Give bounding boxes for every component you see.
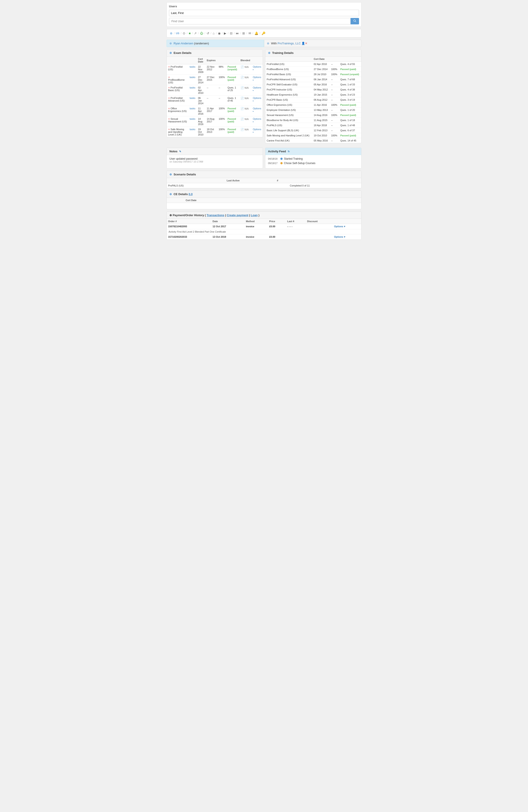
- exam-percent: 100%: [217, 106, 226, 116]
- scenario-details-table: Last Active # ProPALS (US) Completed 0 o…: [167, 178, 361, 188]
- exam-tasks[interactable]: tasks: [188, 96, 197, 106]
- exam-percent: 98%: [217, 64, 226, 75]
- plus-sq-icon[interactable]: ⊞: [242, 31, 245, 35]
- exam-blended: 📄 N/A: [239, 75, 251, 85]
- training-row: Safe Moving and Handling Level 2 (UK) 19…: [265, 133, 361, 138]
- train-name: ProPALS (US): [265, 123, 313, 128]
- exam-row: ✕ Office Ergonomics (US) tasks 11 Apr 20…: [167, 106, 263, 116]
- exam-options[interactable]: Options ▾: [251, 85, 263, 96]
- activity-text: Chose Self-Setup Courses: [284, 162, 315, 165]
- add-icon[interactable]: ⊕: [169, 31, 173, 35]
- company-link[interactable]: ProTrainings, LLC: [277, 42, 301, 45]
- us-icon[interactable]: US: [176, 31, 180, 35]
- create-payment-link[interactable]: Create payment: [227, 214, 248, 217]
- blended-icon: 📄: [241, 117, 244, 121]
- power-icon[interactable]: ⏻: [199, 31, 203, 35]
- exam-col-tasks: [188, 57, 197, 64]
- train-name: ProCPR Instructor (US): [265, 87, 313, 92]
- payment-method: invoice: [244, 224, 268, 229]
- scen-col-status: [289, 178, 361, 183]
- exam-options[interactable]: Options ▾: [251, 64, 263, 75]
- train-status: Ques. 3 of 19: [339, 97, 361, 102]
- notes-edit-icon[interactable]: ✎: [179, 150, 181, 153]
- train-cert-date: 06 Aug 2012: [313, 97, 330, 102]
- user-name-link[interactable]: Ryan Andersen: [174, 42, 194, 45]
- exam-row: ✕ Sexual Harassment (US) tasks 14 Aug 20…: [167, 116, 263, 127]
- clock-icon[interactable]: ⊙: [182, 31, 186, 35]
- exam-options[interactable]: Options ▾: [251, 127, 263, 137]
- export-icon[interactable]: ↗: [194, 31, 197, 35]
- payment-options[interactable]: Options ▾: [333, 224, 361, 229]
- exam-options[interactable]: Options ▾: [251, 106, 263, 116]
- search-icon: [353, 19, 356, 23]
- exam-options[interactable]: Options ▾: [251, 96, 263, 106]
- exam-status: Ques. 1 of 25: [226, 85, 239, 96]
- scenario-plus-icon: ⊕: [169, 173, 172, 176]
- square-icon[interactable]: ■: [188, 31, 191, 35]
- home-icon[interactable]: ⌂: [212, 31, 215, 35]
- transactions-link[interactable]: Transactions: [207, 214, 224, 217]
- train-status: Ques. 1 of 18: [339, 118, 361, 123]
- user-name: Ryan Andersen: [174, 42, 193, 45]
- ce-version-link[interactable]: 0.0: [189, 192, 193, 196]
- exam-options[interactable]: Options ▾: [251, 75, 263, 85]
- blended-icon: 📄: [241, 97, 244, 100]
- activity-dot: [281, 162, 283, 164]
- video-icon[interactable]: ▶: [224, 31, 227, 35]
- train-name: ProCPR Basic (US): [265, 97, 313, 102]
- folder-icon[interactable]: ⊟: [229, 31, 233, 35]
- training-row: ProPALS (US) 18 Apr 2018 -- Ques. 1 of 4…: [265, 123, 361, 128]
- scenario-details-header: ⊕ Scenario Details: [167, 171, 361, 178]
- activity-dot: [281, 158, 283, 160]
- train-percent: 100%: [330, 102, 339, 107]
- payment-row: 15078210482093 12 Oct 2017 invoice £0.00…: [167, 224, 361, 229]
- exam-cert-date: 11 Apr 2016: [197, 106, 206, 116]
- exam-tasks[interactable]: tasks: [188, 85, 197, 96]
- user-select-wrapper: Last, First: [169, 10, 359, 16]
- payment-price: £0.00: [268, 234, 286, 240]
- search-input[interactable]: [169, 18, 351, 24]
- train-cert-date: 05 Apr 2016: [313, 82, 330, 87]
- train-cert-date: 19 Jan 2015: [313, 92, 330, 97]
- user-header-left: ⊕ Ryan Andersen (randersen): [167, 40, 264, 47]
- train-name: Basic Life Support (BLS) (UK): [265, 128, 313, 133]
- exam-status: Ques. 1 of 45: [226, 96, 239, 106]
- exam-tasks[interactable]: tasks: [188, 116, 197, 127]
- exam-tasks[interactable]: tasks: [188, 75, 197, 85]
- user-select[interactable]: Last, First: [169, 10, 359, 16]
- loan-link[interactable]: Loan: [251, 214, 258, 217]
- exam-options[interactable]: Options ▾: [251, 116, 263, 127]
- exam-expires: 14 Aug 2017: [206, 116, 217, 127]
- skip-icon[interactable]: ⏭: [236, 31, 239, 35]
- key-icon[interactable]: 🔑: [261, 31, 266, 35]
- notes-content: User updated password: [169, 157, 260, 160]
- train-name: Employee Orientation (US): [265, 107, 313, 113]
- exam-name: ✕ ProFirstAid (US): [167, 64, 188, 75]
- exam-tasks[interactable]: tasks: [188, 64, 197, 75]
- pay-col-options: [333, 219, 361, 224]
- users-title: Users: [169, 5, 359, 8]
- cycle-icon[interactable]: ↺: [206, 31, 210, 35]
- eye-icon[interactable]: ◉: [217, 31, 221, 35]
- training-row: ProFirstAid Basic (US) 28 Jul 2010 100% …: [265, 72, 361, 77]
- exam-name: ✕ ProFirstAid Basic (US): [167, 85, 188, 96]
- train-name: Safe Moving and Handling Level 2 (UK): [265, 133, 313, 138]
- payment-discount: [306, 224, 333, 229]
- bell-icon[interactable]: 🔔: [254, 31, 259, 35]
- search-button[interactable]: [351, 18, 359, 24]
- scen-col-name: [167, 178, 225, 183]
- train-col-name: [265, 57, 313, 62]
- payment-options[interactable]: Options ▾: [333, 234, 361, 240]
- exam-row: ✕ ProFirstAid Advanced (US) tasks 06 Jan…: [167, 96, 263, 106]
- payment-last4: [286, 234, 306, 240]
- blended-icon: 📄: [241, 86, 244, 89]
- exam-tasks[interactable]: tasks: [188, 106, 197, 116]
- exam-tasks[interactable]: tasks: [188, 127, 197, 137]
- activity-refresh-icon[interactable]: ↻: [288, 150, 290, 153]
- activity-section: Activity Feed ↻ 04/18/18 Started Trainin…: [265, 148, 361, 169]
- exam-name: ✕ Sexual Harassment (US): [167, 116, 188, 127]
- train-percent: --: [330, 87, 339, 92]
- exam-x-icon: ✕: [168, 76, 170, 78]
- exam-expires: --: [206, 96, 217, 106]
- envelope-icon[interactable]: ✉: [248, 31, 252, 35]
